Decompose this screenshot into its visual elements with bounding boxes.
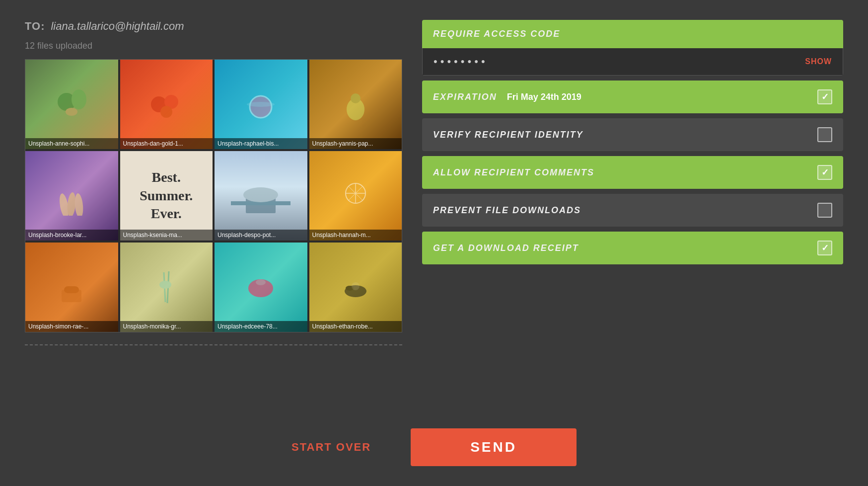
download-receipt-checkbox[interactable]: ✓ [817,241,832,255]
allow-comments-checkbox[interactable]: ✓ [817,165,832,180]
download-receipt-option[interactable]: GET A DOWNLOAD RECEIPT ✓ [422,232,843,264]
to-row: TO: liana.tallarico@hightail.com [25,20,402,33]
grid-item-label: Unsplash-edceee-78... [215,321,307,332]
prevent-downloads-label: PREVENT FILE DOWNLOADS [433,205,581,216]
grid-item-label: Unsplash-yannis-pap... [309,138,402,149]
download-receipt-label: GET A DOWNLOAD RECEIPT [433,243,579,253]
to-label: TO: [25,20,45,33]
grid-item-label: Unsplash-ethan-robe... [309,321,402,332]
svg-point-30 [352,282,360,290]
svg-point-12 [74,193,84,216]
svg-point-7 [247,102,275,107]
svg-rect-22 [64,286,79,293]
grid-item: Unsplash-yannis-pap... [309,60,402,149]
prevent-downloads-checkbox[interactable] [817,203,832,218]
right-panel: REQUIRE ACCESS CODE •••••••• SHOW EXPIRA… [422,20,843,408]
allow-comments-option[interactable]: ALLOW RECIPIENT COMMENTS ✓ [422,156,843,189]
files-grid: Unsplash-anne-sophi... Unsplash-dan-gold… [25,59,402,332]
grid-item: Unsplash-edceee-78... [215,243,307,332]
show-password-button[interactable]: SHOW [805,57,832,66]
expiration-checkbox[interactable]: ✓ [817,89,832,104]
grid-item-label: Unsplash-monika-gr... [120,321,213,332]
grid-item: Unsplash-simon-rae-... [25,243,118,332]
expiration-content: EXPIRATION Fri May 24th 2019 [433,92,581,102]
verify-identity-option[interactable]: VERIFY RECIPIENT IDENTITY [422,118,843,151]
access-code-section: REQUIRE ACCESS CODE •••••••• SHOW [422,20,843,76]
verify-identity-checkbox[interactable] [817,127,832,142]
svg-point-5 [160,106,172,118]
svg-point-1 [72,89,86,109]
bottom-bar: START OVER SEND [0,418,868,486]
checkmark-icon: ✓ [821,91,829,102]
grid-item-label: Unsplash-anne-sophi... [25,138,118,149]
grid-item-label: Unsplash-raphael-bis... [215,138,307,149]
files-count: 12 files uploaded [25,41,402,51]
grid-item-label: Unsplash-brooke-lar... [25,230,118,241]
grid-item: Unsplash-despo-pot... [215,151,307,241]
grid-item: Best.Summer.Ever. Unsplash-ksenia-ma... [120,151,213,241]
send-button[interactable]: SEND [411,428,577,466]
svg-point-2 [66,108,77,116]
checkmark-icon: ✓ [821,243,829,253]
access-code-label: REQUIRE ACCESS CODE [433,29,560,39]
svg-point-9 [351,93,361,103]
dashed-separator [25,344,402,345]
grid-item: Unsplash-dan-gold-1... [120,60,213,149]
svg-point-15 [243,187,278,202]
verify-identity-label: VERIFY RECIPIENT IDENTITY [433,130,583,140]
grid-item-label: Unsplash-dan-gold-1... [120,138,213,149]
grid-item: Unsplash-anne-sophi... [25,60,118,149]
grid-item-label: Unsplash-hannah-m... [309,230,402,241]
password-dots: •••••••• [434,55,488,68]
grid-item: Unsplash-brooke-lar... [25,151,118,241]
expiration-section: EXPIRATION Fri May 24th 2019 ✓ [422,81,843,113]
prevent-downloads-option[interactable]: PREVENT FILE DOWNLOADS [422,194,843,227]
svg-point-25 [159,281,171,289]
grid-item-label: Unsplash-simon-rae-... [25,321,118,332]
grid-item: Unsplash-raphael-bis... [215,60,307,149]
left-panel: TO: liana.tallarico@hightail.com 12 file… [25,20,402,408]
access-code-header: REQUIRE ACCESS CODE [422,20,843,48]
svg-point-27 [256,279,266,285]
grid-item: Unsplash-ethan-robe... [309,243,402,332]
grid-item: Unsplash-hannah-m... [309,151,402,241]
expiration-date: Fri May 24th 2019 [507,92,581,102]
allow-comments-label: ALLOW RECIPIENT COMMENTS [433,167,594,178]
to-email: liana.tallarico@hightail.com [51,20,184,33]
grid-item-label: Unsplash-ksenia-ma... [120,230,213,241]
grid-item-label: Unsplash-despo-pot... [215,230,307,241]
checkmark-icon: ✓ [821,167,829,178]
grid-item: Unsplash-monika-gr... [120,243,213,332]
start-over-button[interactable]: START OVER [291,441,371,454]
access-code-input-row[interactable]: •••••••• SHOW [422,48,843,76]
expiration-label: EXPIRATION [433,92,497,102]
